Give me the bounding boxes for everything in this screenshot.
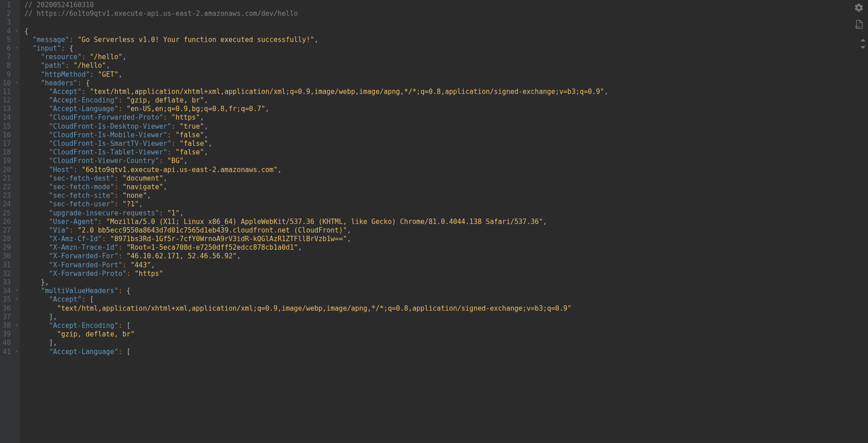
code-line[interactable]: "httpMethod": "GET", <box>24 70 868 79</box>
code-line[interactable]: "Via": "2.0 bb5ecc9550a8643d7d01c7565d1e… <box>24 226 868 235</box>
code-line[interactable]: "text/html,application/xhtml+xml,applica… <box>24 304 868 313</box>
line-number: 15 <box>2 122 11 131</box>
fold-marker <box>14 208 20 217</box>
line-number: 24 <box>2 200 11 209</box>
code-line[interactable]: "CloudFront-Is-SmartTV-Viewer": "false", <box>24 140 868 148</box>
line-number: 30 <box>2 252 11 261</box>
code-line[interactable]: ], <box>24 339 868 347</box>
chevron-up-icon[interactable] <box>860 37 866 43</box>
line-number: 3 <box>2 18 11 27</box>
code-line[interactable]: "Accept-Language": "en-US,en;q=0.9,bg;q=… <box>24 105 868 113</box>
fold-marker <box>14 277 20 286</box>
fold-marker[interactable]: ▾ <box>14 78 20 87</box>
code-line[interactable]: "input": { <box>24 44 868 53</box>
code-line[interactable]: "Accept": [ <box>24 295 868 304</box>
code-line[interactable]: "Accept-Language": [ <box>24 348 868 356</box>
json-viewer: 1234567891011121314151617181920212223242… <box>0 0 868 443</box>
code-line[interactable]: "headers": { <box>24 79 868 88</box>
line-number: 21 <box>2 174 11 183</box>
fold-marker[interactable]: ▾ <box>14 26 20 35</box>
fold-marker <box>14 95 20 104</box>
line-number: 41 <box>2 348 11 356</box>
raw-label: RAW <box>855 23 860 31</box>
fold-marker <box>14 251 20 260</box>
code-line[interactable]: "CloudFront-Is-Desktop-Viewer": "true", <box>24 122 868 131</box>
fold-marker[interactable]: ▾ <box>14 286 20 294</box>
line-number: 33 <box>2 278 11 287</box>
code-line[interactable]: "X-Forwarded-Port": "443", <box>24 261 868 270</box>
code-line[interactable]: "path": "/hello", <box>24 61 868 70</box>
code-area[interactable]: // 20200524160310// https://6o1to9qtv1.e… <box>20 0 868 443</box>
fold-marker <box>14 242 20 251</box>
code-line[interactable]: "multiValueHeaders": { <box>24 287 868 295</box>
line-number: 32 <box>2 270 11 278</box>
code-line[interactable]: }, <box>24 278 868 287</box>
code-line[interactable]: "upgrade-insecure-requests": "1", <box>24 209 868 218</box>
code-line[interactable]: "sec-fetch-mode": "navigate", <box>24 183 868 191</box>
line-number: 12 <box>2 96 11 105</box>
code-line[interactable]: "CloudFront-Is-Mobile-Viewer": "false", <box>24 131 868 140</box>
fold-marker <box>14 139 20 147</box>
fold-marker <box>14 35 20 43</box>
line-number: 27 <box>2 226 11 235</box>
line-number: 14 <box>2 113 11 122</box>
fold-marker <box>14 0 20 9</box>
line-number: 31 <box>2 261 11 270</box>
code-line[interactable]: "sec-fetch-site": "none", <box>24 191 868 200</box>
code-line[interactable]: "message": "Go Serverless v1.0! Your fun… <box>24 36 868 44</box>
line-number: 25 <box>2 209 11 218</box>
fold-marker <box>14 121 20 130</box>
gear-icon[interactable] <box>854 3 864 15</box>
code-line[interactable]: "X-Amzn-Trace-Id": "Root=1-5eca708d-e725… <box>24 243 868 252</box>
code-line[interactable]: "Host": "6o1to9qtv1.execute-api.us-east-… <box>24 166 868 174</box>
code-line[interactable]: // 20200524160310 <box>24 1 868 9</box>
line-number: 23 <box>2 191 11 200</box>
chevron-down-icon[interactable] <box>860 44 866 51</box>
fold-marker <box>14 217 20 225</box>
line-number: 1 <box>2 1 11 9</box>
code-line[interactable] <box>24 18 868 27</box>
line-number-gutter: 1234567891011121314151617181920212223242… <box>0 0 14 443</box>
fold-marker <box>14 199 20 208</box>
line-number: 20 <box>2 166 11 174</box>
code-line[interactable]: "Accept-Encoding": "gzip, deflate, br", <box>24 96 868 105</box>
code-line[interactable]: "CloudFront-Viewer-Country": "BG", <box>24 157 868 165</box>
line-number: 40 <box>2 339 11 347</box>
line-number: 37 <box>2 313 11 322</box>
code-line[interactable]: "Accept": "text/html,application/xhtml+x… <box>24 88 868 96</box>
fold-marker <box>14 104 20 112</box>
fold-gutter[interactable]: ▾▾▾▾▾▾▾ <box>14 0 20 443</box>
code-line[interactable]: "CloudFront-Forwarded-Proto": "https", <box>24 113 868 122</box>
code-line[interactable]: "User-Agent": "Mozilla/5.0 (X11; Linux x… <box>24 218 868 226</box>
fold-marker <box>14 87 20 95</box>
fold-marker <box>14 156 20 164</box>
fold-marker <box>14 9 20 17</box>
fold-marker <box>14 147 20 156</box>
line-number: 9 <box>2 70 11 79</box>
code-line[interactable]: // https://6o1to9qtv1.execute-api.us-eas… <box>24 9 868 18</box>
fold-marker[interactable]: ▾ <box>14 294 20 303</box>
code-line[interactable]: ], <box>24 313 868 322</box>
fold-marker[interactable]: ▾ <box>14 321 20 329</box>
fold-marker <box>14 269 20 277</box>
fold-marker[interactable]: ▾ <box>14 347 20 355</box>
code-line[interactable]: { <box>24 27 868 36</box>
line-number: 28 <box>2 235 11 243</box>
fold-marker[interactable]: ▾ <box>14 43 20 52</box>
line-number: 18 <box>2 148 11 157</box>
code-line[interactable]: "X-Forwarded-Proto": "https" <box>24 270 868 278</box>
raw-icon[interactable]: RAW <box>854 19 864 32</box>
scroll-indicator[interactable] <box>860 37 866 51</box>
line-number: 36 <box>2 304 11 313</box>
code-line[interactable]: "X-Forwarded-For": "46.10.62.171, 52.46.… <box>24 252 868 261</box>
code-line[interactable]: "Accept-Encoding": [ <box>24 322 868 330</box>
code-line[interactable]: "gzip, deflate, br" <box>24 330 868 339</box>
code-line[interactable]: "X-Amz-Cf-Id": "8971bs3Rd-1Gf5r-7cfY0Wrn… <box>24 235 868 243</box>
code-line[interactable]: "CloudFront-Is-Tablet-Viewer": "false", <box>24 148 868 157</box>
code-line[interactable]: "resource": "/hello", <box>24 53 868 61</box>
fold-marker <box>14 234 20 242</box>
fold-marker <box>14 17 20 26</box>
code-line[interactable]: "sec-fetch-dest": "document", <box>24 174 868 183</box>
viewer-toolbar: RAW <box>853 3 865 32</box>
code-line[interactable]: "sec-fetch-user": "?1", <box>24 200 868 209</box>
